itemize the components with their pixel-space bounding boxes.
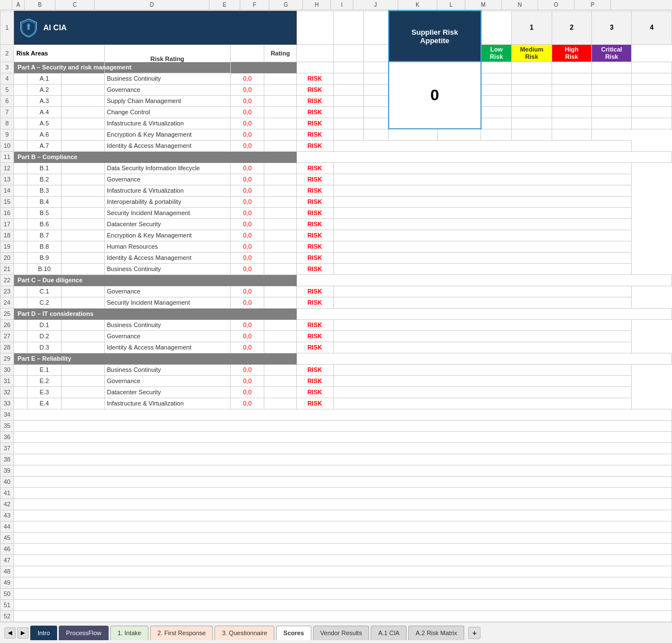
part-c-header: Part C – Due diligence [14,274,296,286]
item-a3-status: RISK [296,95,333,106]
scale-col-1: 1 [512,11,552,44]
tab-first-response[interactable]: 2. First Response [150,626,213,640]
row-31: 31 E.2 Governance 0,0 RISK [1,375,672,386]
item-a7-id: A.7 [27,140,61,151]
tab-questionnaire[interactable]: 3. Questionnaire [214,626,274,640]
row-43: 43 [1,510,672,521]
col-header-m: M [465,0,502,10]
item-a2-rating[interactable]: 0,0 [230,84,264,95]
row-29: 29 Part E – Reliability [1,353,672,364]
row-44: 44 [1,521,672,532]
row-42: 42 [1,498,672,510]
grid-table: 1 AI CIA [0,10,672,622]
part-b-header: Part B – Compliance [14,151,296,162]
row-5: 5 A.2 Governance 0,0 RISK [1,84,672,95]
tab-vendor-results[interactable]: Vendor Results [313,626,370,640]
item-a5-rating[interactable]: 0,0 [230,118,264,129]
row-7: 7 A.4 Change Control 0,0 RISK [1,106,672,118]
col-header-f: F [240,0,269,10]
nav-prev-button[interactable]: ◀ [4,627,16,639]
row-6: 6 A.3 Supply Chain Management 0,0 RISK [1,95,672,106]
scale-col-2: 2 [552,11,591,44]
col-header-j: J [353,0,398,10]
row-47: 47 [1,555,672,566]
item-a5-status: RISK [296,118,333,129]
logo-text: AI CIA [43,23,67,32]
row-36: 36 [1,431,672,442]
row-22: 22 Part C – Due diligence [1,274,672,286]
item-a3-id: A.3 [27,95,61,106]
scale-medium: MediumRisk [512,44,552,62]
row-1: 1 AI CIA [1,11,672,44]
row-37: 37 [1,442,672,454]
row-49: 49 [1,577,672,588]
tab-scores[interactable]: Scores [276,626,311,640]
scale-col-3: 3 [592,11,632,44]
col-header-g: G [269,0,303,10]
item-a5-name: Infastructure & Virtualization [104,118,230,129]
item-a7-name: Identity & Access Management [104,140,230,151]
svg-rect-1 [27,25,30,30]
item-a2-id: A.2 [27,84,61,95]
row-38: 38 [1,454,672,465]
row-9: 9 A.6 Encryption & Key Management 0,0 RI… [1,129,672,140]
part-a-header: Part A – Security and risk management [14,62,296,73]
scale-high: HighRisk [552,44,591,62]
col-header-e: E [209,0,240,10]
item-a4-name: Change Control [104,106,230,118]
row-32: 32 E.3 Datacenter Security 0,0 RISK [1,386,672,398]
part-d-header: Part D – IT considerations [14,308,296,319]
row-14: 14 B.3 Infastructure & Virtualization 0,… [1,185,672,196]
row-41: 41 [1,487,672,498]
item-a4-rating[interactable]: 0,0 [230,106,264,118]
row-28: 28 D.3 Identity & Access Management 0,0 … [1,342,672,353]
rating-header: Rating [264,44,296,62]
item-a4-status: RISK [296,106,333,118]
item-a6-rating[interactable]: 0,0 [230,129,264,140]
item-a5-id: A.5 [27,118,61,129]
item-a1-id: A.1 [27,73,61,84]
item-a1-status: RISK [296,73,333,84]
tab-intake[interactable]: 1. Intake [110,626,148,640]
col-header-k: K [398,0,437,10]
row-11: 11 Part B – Compliance [1,151,672,162]
tab-processflow[interactable]: ProcessFlow [59,626,109,640]
scale-col-4: 4 [632,11,672,44]
item-a7-rating[interactable]: 0,0 [230,140,264,151]
scale-low: LowRisk [481,44,512,62]
item-a3-rating[interactable]: 0,0 [230,95,264,106]
row-45: 45 [1,532,672,543]
col-header-rownum [0,0,12,10]
tab-a1-cia[interactable]: A.1 CIA [371,626,407,640]
col-header-n: N [502,0,538,10]
item-a6-status: RISK [296,129,333,140]
scale-critical: CriticalRisk [592,44,632,62]
row-23: 23 C.1 Governance 0,0 RISK [1,286,672,297]
row-26: 26 D.1 Business Continuity 0,0 RISK [1,319,672,330]
add-sheet-button[interactable]: + [468,627,480,639]
supplier-risk-title: Supplier RiskAppetite [389,11,481,62]
item-a1-rating[interactable]: 0,0 [230,73,264,84]
item-a4-id: A.4 [27,106,61,118]
supplier-risk-value: 0 [389,62,481,129]
row-30: 30 E.1 Business Continuity 0,0 RISK [1,364,672,375]
grid-scroll[interactable]: 1 AI CIA [0,10,672,622]
tab-a2-risk-matrix[interactable]: A.2 Risk Matrix [408,626,464,640]
col-header-a: A [12,0,25,10]
row-39: 39 [1,465,672,476]
item-a6-name: Encryption & Key Management [104,129,230,140]
tab-intro[interactable]: Intro [30,626,57,640]
nav-next-button[interactable]: ▶ [17,627,29,639]
row-33: 33 E.4 Infastructure & Virtualization 0,… [1,398,672,409]
row-35: 35 [1,420,672,431]
row-52: 52 [1,611,672,622]
logo-cell: AI CIA [14,11,296,44]
row-40: 40 [1,476,672,487]
col-header-p: P [575,0,611,10]
row-18: 18 B.7 Encryption & Key Management 0,0 R… [1,230,672,241]
row-27: 27 D.2 Governance 0,0 RISK [1,330,672,342]
row-46: 46 [1,543,672,555]
row-50: 50 [1,588,672,599]
col-header-h: H [303,0,331,10]
row-10: 10 A.7 Identity & Access Management 0,0 … [1,140,672,151]
